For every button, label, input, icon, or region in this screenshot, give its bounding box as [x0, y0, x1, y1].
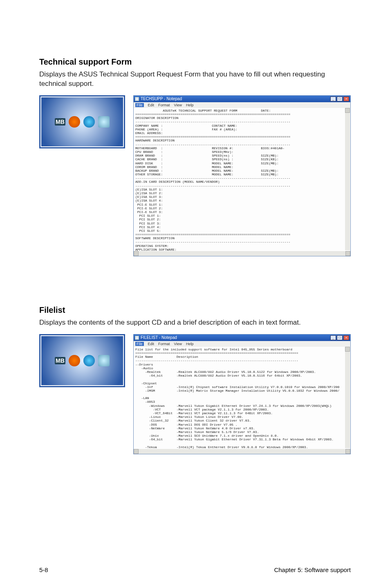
- menubar-2: File Edit Format View Help: [134, 341, 350, 347]
- menubar: File Edit Format View Help: [134, 102, 350, 108]
- vertical-scrollbar[interactable]: [345, 108, 350, 250]
- scroll-up-arrow[interactable]: [345, 108, 350, 113]
- menu-format-2[interactable]: Format: [158, 342, 170, 346]
- document-icon: [98, 116, 110, 128]
- notepad-app-icon: [135, 97, 139, 101]
- menu-format[interactable]: Format: [158, 103, 170, 107]
- chapter-label: Chapter 5: Software support: [274, 566, 351, 573]
- window-title: TECHSUPP - Notepad: [141, 97, 182, 101]
- menu-file-2[interactable]: File: [135, 342, 144, 346]
- heading-filelist: Filelist: [39, 305, 351, 315]
- notepad-window-techsupp: TECHSUPP - Notepad _ □ × File Edit Forma…: [133, 95, 351, 256]
- menu-view[interactable]: View: [174, 103, 182, 107]
- page-number: 5-8: [39, 566, 48, 573]
- scroll-right-arrow-2[interactable]: [345, 449, 350, 454]
- scroll-up-arrow-2[interactable]: [345, 347, 350, 352]
- horizontal-scrollbar[interactable]: [134, 251, 350, 256]
- close-button[interactable]: ×: [343, 97, 349, 101]
- notepad-window-filelist: FILELIST - Notepad _ □ × File Edit Forma…: [133, 334, 351, 454]
- menu-help-2[interactable]: Help: [186, 342, 194, 346]
- scroll-right-arrow[interactable]: [345, 251, 350, 256]
- document-icon-2: [98, 355, 110, 366]
- section-techsupport: Technical support Form Displays the ASUS…: [39, 57, 351, 256]
- row-techsupport: MB TECHSUPP - Notepad _ □ × File: [39, 95, 351, 256]
- body-techsupport: Displays the ASUS Technical Support Requ…: [39, 70, 351, 89]
- section-filelist: Filelist Displays the contents of the su…: [39, 305, 351, 454]
- thumbnail-gradient: MB: [41, 97, 123, 146]
- scroll-left-arrow-2[interactable]: [134, 449, 139, 454]
- menu-help[interactable]: Help: [186, 103, 194, 107]
- orange-sphere-icon: [69, 116, 80, 128]
- thumb-label-2: MB: [55, 357, 65, 364]
- menu-view-2[interactable]: View: [174, 342, 182, 346]
- maximize-button-2[interactable]: □: [337, 335, 343, 340]
- blue-sphere-icon-2: [83, 355, 95, 366]
- thumb-label: MB: [55, 118, 65, 126]
- vertical-scrollbar-2[interactable]: [345, 347, 350, 448]
- thumbnail-card: MB: [39, 95, 125, 148]
- minimize-button[interactable]: _: [330, 97, 336, 101]
- menu-file[interactable]: File: [135, 103, 144, 107]
- horizontal-scrollbar-2[interactable]: [134, 449, 350, 454]
- thumbnail-gradient-2: MB: [41, 336, 123, 385]
- scroll-left-arrow[interactable]: [134, 251, 139, 256]
- notepad-app-icon-2: [135, 336, 139, 340]
- body-filelist: Displays the contents of the support CD …: [39, 318, 351, 328]
- close-button-2[interactable]: ×: [343, 335, 349, 340]
- row-filelist: MB FILELIST - Notepad _ □ × File: [39, 334, 351, 454]
- minimize-button-2[interactable]: _: [330, 335, 336, 340]
- notepad-text-area-2[interactable]: File list for the included support softw…: [134, 347, 350, 449]
- heading-techsupport: Technical support Form: [39, 57, 351, 67]
- orange-sphere-icon-2: [69, 355, 80, 366]
- menu-edit-2[interactable]: Edit: [148, 342, 155, 346]
- blue-sphere-icon: [83, 116, 95, 128]
- thumbnail-card-2: MB: [39, 334, 125, 387]
- menu-edit[interactable]: Edit: [148, 103, 155, 107]
- page-footer: 5-8 Chapter 5: Software support: [39, 566, 351, 573]
- window-title-2: FILELIST - Notepad: [141, 335, 177, 340]
- titlebar-2[interactable]: FILELIST - Notepad _ □ ×: [134, 334, 350, 341]
- maximize-button[interactable]: □: [337, 97, 343, 101]
- titlebar[interactable]: TECHSUPP - Notepad _ □ ×: [134, 96, 350, 102]
- notepad-text-area[interactable]: ASUSTeK TECHNICAL SUPPORT REQUEST FORM D…: [134, 108, 350, 251]
